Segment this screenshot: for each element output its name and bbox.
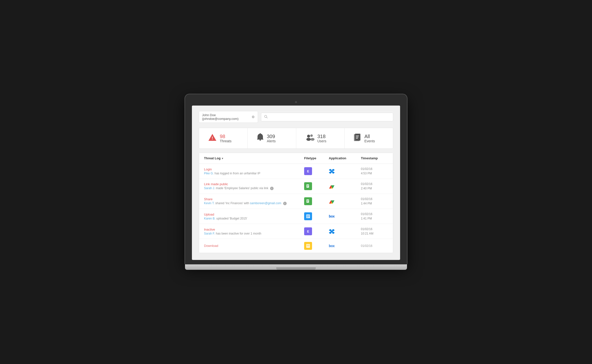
filetype-badge bbox=[304, 182, 312, 190]
table-row[interactable]: Share Kevin T. shared 'Inc Finances' wit… bbox=[199, 194, 393, 209]
row-info-share: Share Kevin T. shared 'Inc Finances' wit… bbox=[204, 197, 304, 205]
alert-icon bbox=[257, 133, 264, 143]
app-icon-box: box bbox=[329, 244, 361, 248]
email-link[interactable]: samboreen@gmail.com bbox=[250, 201, 281, 205]
search-icon bbox=[264, 115, 268, 119]
timestamp: 01/02/1610:21 AM bbox=[361, 227, 388, 236]
app-icon-dropbox bbox=[329, 228, 361, 234]
svg-rect-48 bbox=[307, 246, 310, 246]
table-row[interactable]: Download bbox=[199, 239, 393, 253]
table-row[interactable]: Inactive Sarah F. has been inactive for … bbox=[199, 224, 393, 239]
col-filetype: Filetype bbox=[304, 156, 329, 160]
search-input[interactable] bbox=[270, 115, 390, 119]
event-desc: Sarah J. made 'Employee Salaries' public… bbox=[204, 186, 304, 190]
app-icon-dropbox bbox=[329, 168, 361, 174]
users-number: 318 bbox=[317, 134, 327, 139]
filetype-cell: E bbox=[304, 227, 329, 235]
svg-point-6 bbox=[307, 135, 310, 138]
svg-point-9 bbox=[311, 138, 314, 141]
filetype-cell bbox=[304, 197, 329, 205]
table-header: Threat Log Filetype Application Timestam… bbox=[199, 153, 393, 164]
alerts-label: Alerts bbox=[267, 139, 276, 143]
stat-alerts[interactable]: 309 Alerts bbox=[248, 128, 296, 148]
svg-rect-14 bbox=[356, 138, 358, 139]
screen-content: John Doe (johndoe@company.com) ⚙ bbox=[199, 111, 393, 253]
svg-rect-31 bbox=[307, 201, 308, 202]
timestamp: 01/02/161:41 PM bbox=[361, 212, 388, 221]
user-link[interactable]: Karen B. bbox=[204, 217, 216, 220]
row-info-download: Download bbox=[204, 244, 304, 248]
svg-point-7 bbox=[306, 138, 311, 141]
users-label: Users bbox=[317, 139, 327, 143]
laptop-base bbox=[185, 264, 407, 270]
alerts-number: 309 bbox=[267, 134, 276, 139]
filetype-cell: E bbox=[304, 167, 329, 175]
col-threatlog: Threat Log bbox=[204, 156, 304, 160]
app-icon-gdrive bbox=[329, 183, 361, 189]
table-row[interactable]: Login Pike G. has logged in from an unfa… bbox=[199, 164, 393, 179]
row-info-linkpublic: Link made public Sarah J. made 'Employee… bbox=[204, 182, 304, 190]
user-link[interactable]: Sarah J. bbox=[204, 186, 215, 190]
event-type: Upload bbox=[204, 213, 304, 216]
threat-icon: ! bbox=[208, 133, 217, 144]
users-text: 318 Users bbox=[317, 134, 327, 143]
screen-bezel: John Doe (johndoe@company.com) ⚙ bbox=[185, 94, 407, 264]
laptop-container: John Doe (johndoe@company.com) ⚙ bbox=[185, 94, 407, 270]
stat-users[interactable]: 318 Users bbox=[296, 128, 345, 148]
search-field[interactable] bbox=[261, 113, 393, 121]
svg-rect-4 bbox=[259, 140, 261, 141]
filetype-badge bbox=[304, 197, 312, 205]
row-info-inactive: Inactive Sarah F. has been inactive for … bbox=[204, 228, 304, 235]
svg-rect-29 bbox=[307, 200, 309, 200]
event-type: Login bbox=[204, 167, 304, 171]
col-application: Application bbox=[329, 156, 361, 160]
filetype-cell bbox=[304, 182, 329, 190]
svg-rect-35 bbox=[306, 215, 310, 218]
event-desc: Kevin T. shared 'Inc Finances' with samb… bbox=[204, 201, 304, 205]
timestamp: 01/02/162:40 PM bbox=[361, 182, 388, 191]
app-icon-box: box bbox=[329, 214, 361, 218]
filetype-badge: E bbox=[304, 167, 312, 175]
events-text: All Events bbox=[364, 134, 375, 143]
svg-rect-23 bbox=[307, 186, 308, 187]
user-label: John Doe (johndoe@company.com) bbox=[202, 113, 252, 121]
app-icon-gdrive bbox=[329, 198, 361, 204]
svg-rect-39 bbox=[307, 217, 309, 217]
table-row[interactable]: Link made public Sarah J. made 'Employee… bbox=[199, 179, 393, 194]
alerts-text: 309 Alerts bbox=[267, 134, 276, 143]
events-label: Events bbox=[364, 139, 375, 143]
gear-icon[interactable]: ⚙ bbox=[252, 115, 255, 119]
filetype-badge bbox=[304, 212, 312, 220]
user-link[interactable]: Sarah F. bbox=[204, 232, 215, 235]
event-type: Download bbox=[204, 244, 304, 248]
event-desc: Karen B. uploaded 'Budget 2015' bbox=[204, 217, 304, 220]
event-type: Link made public bbox=[204, 182, 304, 186]
filetype-badge: E bbox=[304, 227, 312, 235]
threats-text: 98 Threats bbox=[220, 134, 231, 143]
threat-log-table: Threat Log Filetype Application Timestam… bbox=[199, 153, 393, 253]
svg-rect-45 bbox=[306, 244, 310, 248]
stat-events[interactable]: All Events bbox=[345, 128, 393, 148]
filetype-cell bbox=[304, 242, 329, 250]
camera bbox=[295, 101, 297, 103]
row-info-login: Login Pike G. has logged in from an unfa… bbox=[204, 167, 304, 175]
svg-rect-47 bbox=[307, 245, 310, 246]
events-number: All bbox=[364, 134, 375, 139]
screen: John Doe (johndoe@company.com) ⚙ bbox=[192, 106, 400, 260]
svg-rect-30 bbox=[307, 201, 309, 201]
user-field[interactable]: John Doe (johndoe@company.com) ⚙ bbox=[199, 111, 258, 123]
info-badge: i bbox=[270, 187, 274, 190]
table-row[interactable]: Upload Karen B. uploaded 'Budget 2015' bbox=[199, 209, 393, 224]
stat-threats[interactable]: ! 98 Threats bbox=[199, 128, 248, 148]
event-type: Share bbox=[204, 197, 304, 201]
svg-rect-13 bbox=[356, 137, 358, 137]
threats-label: Threats bbox=[220, 139, 231, 143]
filetype-badge bbox=[304, 242, 312, 250]
svg-point-8 bbox=[310, 134, 313, 137]
svg-rect-22 bbox=[307, 186, 309, 186]
user-link[interactable]: Pike G. bbox=[204, 172, 214, 175]
events-icon bbox=[353, 133, 361, 143]
stats-bar: ! 98 Threats bbox=[199, 128, 393, 149]
svg-rect-36 bbox=[307, 215, 310, 216]
user-link[interactable]: Kevin T. bbox=[204, 201, 214, 205]
